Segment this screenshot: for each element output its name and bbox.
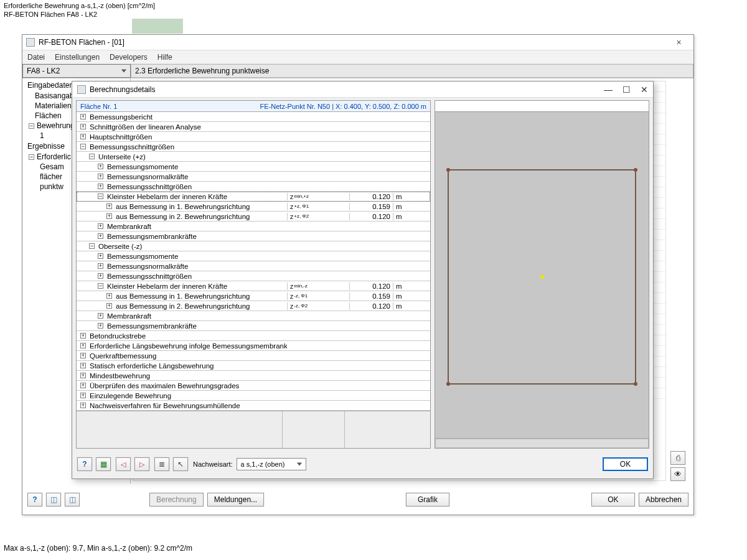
help-button[interactable] — [27, 493, 42, 506]
menubar: Datei Einstellungen Developers Hilfe — [22, 50, 693, 64]
tree-row[interactable]: +Membrankraft — [77, 311, 430, 321]
plus-icon[interactable]: + — [80, 363, 86, 368]
pick-button[interactable] — [173, 457, 188, 471]
symbol-cell: z-z, Φ1 — [287, 292, 349, 300]
tree-row[interactable]: +Bemessungsschnittgrößen — [77, 271, 430, 281]
tree-row[interactable]: +Bemessungsmembrankräfte — [77, 231, 430, 241]
tree-row[interactable]: +Statisch erforderliche Längsbewehrung — [77, 361, 430, 371]
plus-icon[interactable]: + — [80, 333, 86, 338]
print-button[interactable] — [670, 451, 685, 465]
plus-icon[interactable]: + — [98, 323, 103, 329]
tree-row[interactable]: +Überprüfen des maximalen Bewehrungsgrad… — [77, 381, 430, 391]
ok-button[interactable]: OK — [591, 493, 635, 506]
plus-icon[interactable]: + — [80, 353, 86, 358]
minus-icon[interactable]: − — [98, 194, 103, 199]
plus-icon[interactable]: + — [98, 233, 103, 239]
tree-row[interactable]: +Hauptschnittgrößen — [77, 132, 430, 142]
minus-icon[interactable]: − — [89, 154, 95, 159]
tool-button-2[interactable] — [65, 493, 80, 506]
tool-button-1[interactable] — [46, 493, 61, 506]
preview-panel[interactable] — [435, 100, 649, 449]
plus-icon[interactable]: + — [98, 184, 103, 189]
minimize-icon[interactable]: — — [604, 85, 613, 95]
abbrechen-button[interactable]: Abbrechen — [639, 493, 688, 506]
dialog-ok-button[interactable]: OK — [603, 457, 648, 471]
menu-developers[interactable]: Developers — [110, 53, 148, 62]
prev-button[interactable] — [116, 457, 131, 471]
tree-row[interactable]: +Betondruckstrebe — [77, 331, 430, 341]
minus-icon[interactable]: − — [89, 243, 95, 249]
tree-row[interactable]: +Bemessungsbericht — [77, 112, 430, 122]
view-button[interactable] — [670, 467, 685, 481]
tree-row[interactable]: −Bemessungsschnittgrößen — [77, 142, 430, 152]
plus-icon[interactable]: + — [98, 164, 103, 169]
excel-button[interactable] — [96, 457, 111, 471]
dialog-titlebar[interactable]: Berechnungsdetails — ☐ ✕ — [72, 82, 653, 98]
plus-icon[interactable]: + — [80, 114, 86, 119]
meldungen-button[interactable]: Meldungen... — [207, 493, 264, 506]
tree-row[interactable]: +aus Bemessung in 1. Bewehrungsrichtungz… — [77, 202, 430, 212]
case-select[interactable]: FA8 - LK2 — [22, 64, 131, 78]
tree-row[interactable]: +Bemessungsmomente — [77, 251, 430, 261]
help-button[interactable] — [77, 457, 92, 471]
plus-icon[interactable]: + — [98, 263, 103, 269]
preview-scrollbar[interactable] — [435, 438, 649, 448]
next-button[interactable] — [134, 457, 149, 471]
tree-row[interactable]: +Bemessungsmomente — [77, 162, 430, 172]
berechnung-button[interactable]: Berechnung — [149, 493, 204, 506]
plus-icon[interactable]: + — [98, 273, 103, 279]
plus-icon[interactable]: + — [80, 134, 86, 139]
tree-row[interactable]: +aus Bemessung in 1. Bewehrungsrichtungz… — [77, 291, 430, 301]
minus-icon[interactable]: − — [98, 283, 103, 289]
menu-einstellungen[interactable]: Einstellungen — [55, 53, 100, 62]
tree-row-label: Bemessungsmembrankräfte — [106, 322, 287, 330]
tree-row[interactable]: +aus Bemessung in 2. Bewehrungsrichtungz… — [77, 301, 430, 311]
tree-row[interactable]: +Einzulegende Bewehrung — [77, 391, 430, 401]
plus-icon[interactable]: + — [80, 124, 86, 129]
tree-row[interactable]: −Unterseite (+z) — [77, 152, 430, 162]
close-icon[interactable]: × — [668, 37, 690, 47]
nachweisart-select[interactable]: a s,1,-z (oben) — [237, 458, 306, 470]
tree-row[interactable]: +Nachweisverfahren für Bewehrungsumhülle… — [77, 401, 430, 411]
plus-icon[interactable]: + — [80, 343, 86, 348]
main-titlebar[interactable]: RF-BETON Flächen - [01] × — [22, 35, 693, 50]
tree-row[interactable]: +Mindestbewehrung — [77, 371, 430, 381]
unit-cell: m — [393, 213, 430, 220]
plus-icon[interactable]: + — [106, 293, 112, 299]
maximize-icon[interactable]: ☐ — [622, 85, 631, 95]
menu-hilfe[interactable]: Hilfe — [157, 53, 172, 62]
close-icon[interactable]: ✕ — [641, 85, 648, 95]
tree-row[interactable]: −Oberseite (-z) — [77, 241, 430, 251]
tree-row[interactable]: +Bemessungsschnittgrößen — [77, 182, 430, 192]
tree-row[interactable]: +Bemessungsmembrankräfte — [77, 321, 430, 331]
plus-icon[interactable]: + — [106, 203, 112, 209]
list-button[interactable] — [154, 457, 169, 471]
tree-row[interactable]: +aus Bemessung in 2. Bewehrungsrichtungz… — [77, 212, 430, 222]
plus-icon[interactable]: + — [106, 303, 112, 309]
tree-row[interactable]: −Kleinster Hebelarm der inneren Kräftezm… — [77, 192, 430, 202]
tree-row[interactable]: −Kleinster Hebelarm der inneren Kräftezm… — [77, 281, 430, 291]
plus-icon[interactable]: + — [80, 393, 86, 398]
tree-row[interactable]: +Membrankraft — [77, 222, 430, 231]
minus-icon[interactable]: − — [80, 144, 86, 149]
minus-icon[interactable]: − — [29, 123, 34, 129]
grafik-button[interactable]: Grafik — [406, 493, 449, 506]
plus-icon[interactable]: + — [98, 223, 103, 229]
tree-row[interactable]: +Erforderliche Längsbewehrung infolge Be… — [77, 341, 430, 351]
plus-icon[interactable]: + — [80, 403, 86, 408]
plus-icon[interactable]: + — [106, 213, 112, 219]
plus-icon[interactable]: + — [98, 253, 103, 259]
plus-icon[interactable]: + — [80, 373, 86, 378]
fe-point-marker — [540, 275, 544, 279]
menu-datei[interactable]: Datei — [27, 53, 45, 62]
plus-icon[interactable]: + — [98, 313, 103, 319]
tree-row[interactable]: +Bemessungsnormalkräfte — [77, 261, 430, 271]
minus-icon[interactable]: − — [29, 154, 34, 160]
tree-row[interactable]: +Querkraftbemessung — [77, 351, 430, 361]
tree-row-label: Einzulegende Bewehrung — [88, 392, 287, 399]
tree-row[interactable]: +Bemessungsnormalkräfte — [77, 172, 430, 182]
plus-icon[interactable]: + — [80, 383, 86, 388]
tree-row[interactable]: +Schnittgrößen der linearen Analyse — [77, 122, 430, 132]
dialog-footer: Nachweisart: a s,1,-z (oben) OK — [77, 455, 648, 474]
plus-icon[interactable]: + — [98, 174, 103, 179]
